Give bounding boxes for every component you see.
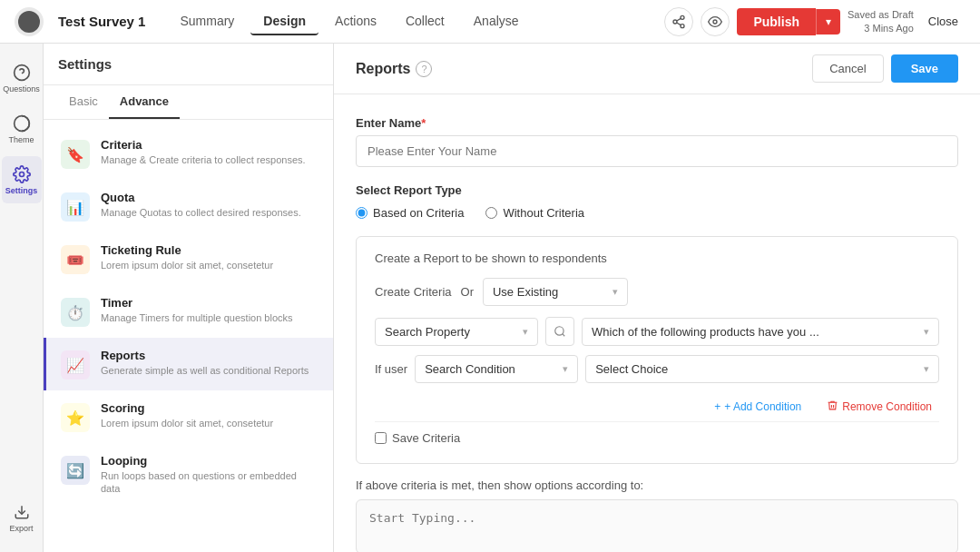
help-icon[interactable]: ?	[416, 61, 432, 77]
timer-title: Timer	[101, 296, 293, 310]
if-label: If user	[375, 362, 407, 376]
menu-item-ticketing[interactable]: 🎟️ Ticketing Rule Lorem ipsum dolor sit …	[44, 232, 333, 285]
question-dropdown[interactable]: Which of the following products have you…	[582, 318, 939, 346]
publish-button[interactable]: Publish	[737, 8, 816, 35]
menu-item-quota[interactable]: 📊 Quota Manage Quotas to collect desired…	[44, 180, 333, 232]
ticketing-desc: Lorem ipsum dolor sit amet, consetetur	[101, 259, 273, 271]
looping-desc: Run loops based on questions or embedded…	[101, 469, 318, 496]
or-label: Or	[461, 285, 474, 299]
theme-icon	[11, 113, 33, 134]
show-options-textarea[interactable]	[356, 499, 958, 552]
settings-menu: 🔖 Criteria Manage & Create criteria to c…	[44, 120, 333, 514]
svg-point-1	[673, 20, 677, 24]
use-existing-arrow: ▾	[612, 286, 618, 298]
trash-icon	[827, 399, 838, 414]
looping-text: Looping Run loops based on questions or …	[101, 454, 318, 496]
sidebar-item-theme[interactable]: Theme	[2, 105, 42, 153]
save-criteria-label[interactable]: Save Criteria	[392, 431, 460, 445]
reports-title: Reports	[101, 349, 309, 362]
tab-advance[interactable]: Advance	[109, 85, 180, 119]
nav-collect[interactable]: Collect	[393, 8, 457, 35]
ticketing-icon: 🎟️	[61, 245, 90, 274]
search-condition-dropdown[interactable]: Search Condition ▾	[415, 355, 578, 383]
select-choice-dropdown[interactable]: Select Choice ▾	[585, 355, 939, 383]
name-input[interactable]	[356, 135, 958, 167]
timer-text: Timer Manage Timers for multiple questio…	[101, 296, 293, 324]
quota-desc: Manage Quotas to collect desired respons…	[101, 206, 301, 219]
report-type-section: Select Report Type Based on Criteria Wit…	[356, 183, 958, 220]
nav-right-actions: Publish ▾ Saved as Draft 3 Mins Ago Clos…	[664, 7, 965, 36]
ticketing-text: Ticketing Rule Lorem ipsum dolor sit ame…	[101, 243, 273, 271]
radio-based-label: Based on Criteria	[373, 206, 464, 220]
timer-desc: Manage Timers for multiple question bloc…	[101, 311, 293, 324]
search-property-value: Search Property	[385, 325, 470, 339]
scoring-icon: ⭐	[61, 403, 90, 432]
question-arrow: ▾	[924, 326, 929, 338]
radio-without-criteria[interactable]: Without Criteria	[485, 206, 584, 220]
export-section: Export	[2, 494, 42, 541]
create-criteria-label: Create Criteria	[375, 285, 452, 299]
menu-item-scoring[interactable]: ⭐ Scoring Lorem ipsum dolor sit amet, co…	[44, 390, 333, 443]
cancel-button[interactable]: Cancel	[812, 54, 883, 83]
add-condition-button[interactable]: + + Add Condition	[707, 397, 808, 417]
scoring-desc: Lorem ipsum dolor sit amet, consetetur	[101, 417, 273, 429]
saved-time-label: 3 Mins Ago	[848, 22, 914, 34]
settings-icon	[11, 163, 33, 185]
property-question-row: Search Property ▾ Which of the following…	[375, 317, 939, 346]
show-options-label: If above criteria is met, then show opti…	[356, 478, 958, 492]
save-criteria-checkbox[interactable]	[375, 432, 387, 444]
left-sidebar: Questions Theme Settings Export	[0, 44, 44, 552]
share-icon-button[interactable]	[664, 7, 693, 36]
condition-row: If user Search Condition ▾ Select Choice…	[375, 355, 939, 383]
reports-text: Reports Generate simple as well as condi…	[101, 349, 309, 377]
radio-without-input[interactable]	[485, 207, 497, 219]
sidebar-item-export[interactable]: Export	[2, 494, 42, 541]
required-star: *	[421, 116, 426, 130]
criteria-text: Criteria Manage & Create criteria to col…	[101, 138, 306, 166]
save-button[interactable]: Save	[891, 54, 958, 83]
name-section: Enter Name*	[356, 116, 958, 167]
radio-based-criteria[interactable]: Based on Criteria	[356, 206, 464, 220]
radio-based-input[interactable]	[356, 207, 368, 219]
settings-label: Settings	[5, 187, 38, 196]
looping-icon: 🔄	[61, 456, 90, 485]
svg-point-2	[681, 24, 684, 27]
criteria-desc: Manage & Create criteria to collect resp…	[101, 153, 306, 166]
search-property-dropdown[interactable]: Search Property ▾	[375, 318, 538, 346]
nav-summary[interactable]: Summary	[167, 8, 247, 35]
remove-condition-button[interactable]: Remove Condition	[819, 396, 939, 418]
menu-item-criteria[interactable]: 🔖 Criteria Manage & Create criteria to c…	[44, 127, 333, 180]
menu-item-reports[interactable]: 📈 Reports Generate simple as well as con…	[44, 338, 333, 390]
app-logo	[15, 7, 44, 36]
choice-arrow: ▾	[924, 363, 929, 375]
survey-title: Test Survey 1	[58, 14, 145, 29]
questions-label: Questions	[3, 85, 40, 94]
use-existing-value: Use Existing	[493, 285, 558, 299]
ticketing-title: Ticketing Rule	[101, 243, 273, 257]
menu-item-looping[interactable]: 🔄 Looping Run loops based on questions o…	[44, 443, 333, 507]
menu-item-timer[interactable]: ⏱️ Timer Manage Timers for multiple ques…	[44, 285, 333, 338]
question-value: Which of the following products have you…	[592, 325, 819, 339]
settings-panel: Settings Basic Advance 🔖 Criteria Manage…	[44, 44, 334, 552]
settings-tabs: Basic Advance	[44, 85, 333, 120]
close-button[interactable]: Close	[921, 11, 965, 32]
tab-basic[interactable]: Basic	[58, 85, 109, 119]
nav-links: Summary Design Actions Collect Analyse	[167, 8, 657, 35]
name-label: Enter Name*	[356, 116, 958, 130]
nav-analyse[interactable]: Analyse	[461, 8, 532, 35]
nav-design[interactable]: Design	[250, 8, 318, 35]
publish-dropdown-button[interactable]: ▾	[816, 9, 840, 34]
sidebar-item-questions[interactable]: Questions	[2, 54, 42, 102]
preview-icon-button[interactable]	[701, 7, 730, 36]
sidebar-item-settings[interactable]: Settings	[2, 156, 42, 203]
create-criteria-row: Create Criteria Or Use Existing ▾	[375, 278, 939, 306]
condition-arrow: ▾	[563, 363, 568, 375]
criteria-icon: 🔖	[61, 140, 90, 169]
saved-draft-label: Saved as Draft	[848, 8, 914, 21]
use-existing-dropdown[interactable]: Use Existing ▾	[483, 278, 628, 306]
search-icon-button[interactable]	[545, 317, 574, 346]
scoring-text: Scoring Lorem ipsum dolor sit amet, cons…	[101, 401, 273, 429]
nav-actions[interactable]: Actions	[322, 8, 389, 35]
reports-desc: Generate simple as well as conditional R…	[101, 364, 309, 377]
criteria-actions: + + Add Condition Remove Condition	[375, 396, 939, 418]
